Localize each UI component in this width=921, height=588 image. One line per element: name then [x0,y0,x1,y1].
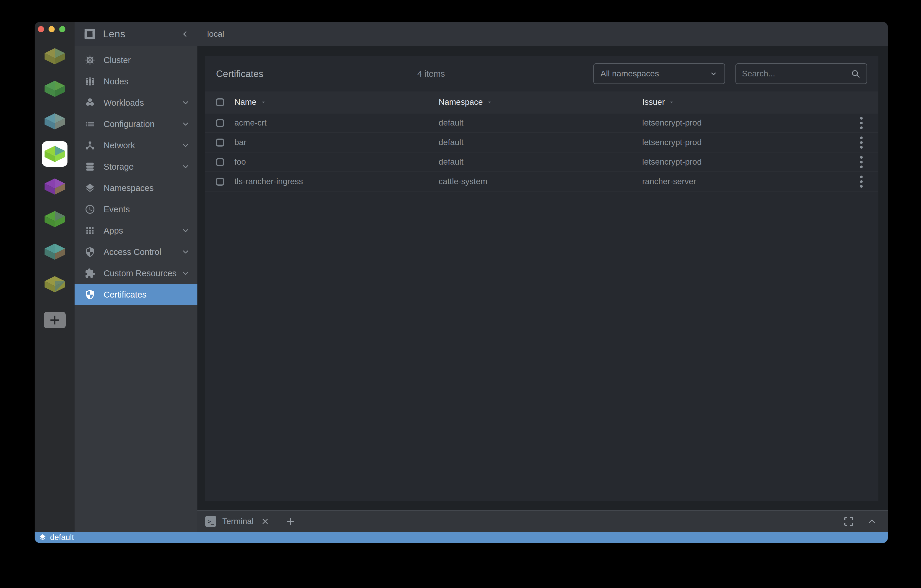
sidebar-item-label: Storage [104,162,134,172]
row-checkbox[interactable] [216,138,224,147]
apps-grid-icon [84,225,96,236]
cluster-icon-5[interactable] [42,174,67,199]
sidebar-item-nodes[interactable]: Nodes [75,71,197,92]
chevron-down-icon [181,162,190,171]
sidebar-item-custom-resources[interactable]: Custom Resources [75,262,197,284]
cell-issuer: letsencrypt-prod [642,157,855,167]
sidebar-item-network[interactable]: Network [75,135,197,156]
cell-name: foo [234,157,439,167]
sidebar-item-access-control[interactable]: Access Control [75,241,197,262]
sidebar-menu: Cluster Nodes Workloads Configuration [75,46,197,305]
minimize-window-button[interactable] [49,26,55,32]
cell-name: tls-rancher-ingress [234,177,439,186]
column-header-namespace[interactable]: Namespace [439,98,642,107]
sidebar-item-apps[interactable]: Apps [75,220,197,241]
row-menu-kebab-icon[interactable] [855,116,867,129]
chevron-down-icon [181,269,190,278]
table-row[interactable]: tls-rancher-ingress cattle-system ranche… [205,172,879,192]
cluster-icon-3[interactable] [42,109,67,134]
cell-namespace: default [439,138,642,147]
cluster-tab-local[interactable]: local [207,29,225,39]
terminal-tab[interactable]: >_ Terminal [205,516,254,527]
add-cluster-button[interactable] [44,312,66,328]
shield-icon [84,246,96,258]
chevron-down-icon [181,98,190,107]
chevron-down-icon [181,248,190,256]
cell-namespace: default [439,157,642,167]
sidebar-item-label: Certificates [104,290,146,300]
column-header-issuer[interactable]: Issuer [642,98,855,107]
namespace-filter-select[interactable]: All namespaces [593,64,725,84]
row-menu-kebab-icon[interactable] [855,136,867,149]
new-terminal-tab-icon[interactable] [285,516,296,527]
cluster-icon-2[interactable] [42,76,67,101]
statusbar-namespace-label: default [50,533,74,542]
sidebar-header: Lens [75,22,197,46]
row-checkbox[interactable] [216,119,224,127]
sidebar-item-workloads[interactable]: Workloads [75,92,197,113]
sidebar-item-label: Configuration [104,119,155,129]
nodes-icon [84,75,96,87]
main-area: local Certificates 4 items All namespace… [197,22,888,532]
chevron-down-icon [709,69,718,78]
sidebar-item-events[interactable]: Events [75,199,197,220]
select-all-checkbox[interactable] [216,98,224,106]
sort-arrow-icon [668,99,675,106]
chevron-up-icon[interactable] [867,516,877,527]
cluster-icon-6[interactable] [42,206,67,232]
status-bar: default [35,532,888,543]
cluster-icon-7[interactable] [42,239,67,264]
sidebar-item-label: Custom Resources [104,269,177,278]
maximize-window-button[interactable] [59,26,65,32]
search-input[interactable] [742,69,851,78]
cell-name: bar [234,138,439,147]
sidebar-item-configuration[interactable]: Configuration [75,113,197,135]
cluster-icon-8[interactable] [42,272,67,297]
cell-namespace: default [439,118,642,128]
search-box [735,64,867,84]
cluster-icon-1[interactable] [42,44,67,69]
row-menu-kebab-icon[interactable] [855,155,867,168]
sidebar-item-label: Events [104,205,130,214]
sidebar-item-label: Apps [104,226,123,236]
table-row[interactable]: bar default letsencrypt-prod [205,133,879,153]
terminal-bar: >_ Terminal [197,510,888,532]
search-icon [851,69,861,79]
fullscreen-icon[interactable] [843,515,855,527]
topbar: local [197,22,888,46]
sort-arrow-icon [486,99,493,106]
cell-issuer: letsencrypt-prod [642,138,855,147]
plus-icon [48,314,61,327]
cluster-icon-local-selected[interactable] [42,141,67,167]
chevron-down-icon [181,141,190,150]
sort-arrow-icon [260,99,267,106]
cell-namespace: cattle-system [439,177,642,186]
sidebar-item-cluster[interactable]: Cluster [75,49,197,71]
close-window-button[interactable] [38,26,44,32]
sidebar-item-storage[interactable]: Storage [75,156,197,178]
app-title: Lens [103,28,125,40]
sidebar-item-label: Nodes [104,77,129,86]
row-checkbox[interactable] [216,158,224,166]
sidebar-item-label: Workloads [104,98,144,108]
table-row[interactable]: acme-crt default letsencrypt-prod [205,113,879,133]
sidebar-item-label: Namespaces [104,183,154,193]
table-row[interactable]: foo default letsencrypt-prod [205,153,879,172]
table-header-row: Name Namespace Issuer [205,91,879,113]
cluster-dock [35,22,75,532]
page-title: Certificates [216,68,417,79]
cell-issuer: rancher-server [642,177,855,186]
terminal-tab-label: Terminal [222,516,254,526]
items-count: 4 items [417,69,445,79]
row-menu-kebab-icon[interactable] [855,175,867,188]
statusbar-namespace[interactable]: default [39,533,74,542]
configuration-list-icon [84,118,96,130]
sidebar-item-certificates[interactable]: Certificates [75,284,197,305]
sidebar-item-namespaces[interactable]: Namespaces [75,178,197,199]
collapse-sidebar-icon[interactable] [180,29,190,39]
close-terminal-tab-icon[interactable] [261,517,270,526]
namespaces-layers-icon [84,182,96,194]
row-checkbox[interactable] [216,178,224,186]
chevron-down-icon [181,226,190,235]
column-header-name[interactable]: Name [234,98,439,107]
